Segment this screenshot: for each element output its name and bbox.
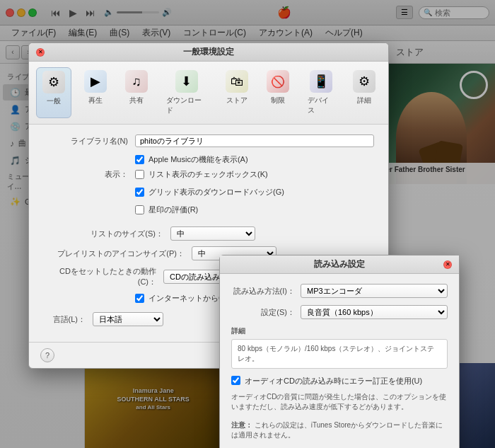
pref-tab-playback[interactable]: ▶ 再生 [78,67,112,118]
error-correction-label: オーディオCDの読み込み時にエラー訂正を使用(U) [245,376,448,386]
import-note-section: 詳細 80 kbps（モノラル）/160 kbps（ステレオ）、ジョイントステレ… [231,326,448,369]
pref-tab-device[interactable]: 📱 デバイス [302,67,340,118]
lang-select[interactable]: 日本語 [93,312,163,326]
list-size-select[interactable]: 中 [170,226,255,241]
checkbox-list-view-label: リスト表示のチェックボックス(K) [148,169,268,180]
error-correction-row: オーディオCDの読み込み時にエラー訂正を使用(U) [231,376,448,386]
pref-close-button[interactable]: ✕ [36,48,45,57]
import-dialog-title-bar: 読み込み設定 ✕ [220,255,459,274]
pref-dialog-title: 一般環境設定 [45,46,373,58]
device-tab-label: デバイス [308,96,334,115]
playlist-icon-size-label: プレイリストのアイコンサイズ(P)： [43,248,185,259]
import-note-box: 80 kbps（モノラル）/160 kbps（ステレオ）、ジョイントステレオ。 [231,339,448,369]
checkbox-rating-input[interactable] [135,205,144,214]
import-method-select[interactable]: MP3エンコーダ [301,284,448,298]
sharing-tab-icon: ♫ [125,70,148,93]
advanced-tab-label: 詳細 [357,96,371,105]
pref-tab-advanced[interactable]: ⚙ 詳細 [347,67,381,118]
import-method-row: 読み込み方法(I)： MP3エンコーダ [231,284,448,298]
pref-toolbar: ⚙ 一般 ▶ 再生 ♫ 共有 ⬇ ダウンロード 🛍 ストア 🚫 制限 📱 デバイ… [29,62,388,125]
checkbox-rating-label: 星印の評価(R) [148,205,198,215]
general-tab-label: 一般 [47,96,61,106]
import-settings-row: 設定(S)： 良音質（160 kbps） [231,305,448,319]
download-tab-label: ダウンロード [166,96,207,115]
import-settings-label: 設定(S)： [231,307,295,318]
pref-tab-store[interactable]: 🛍 ストア [220,67,254,118]
checkbox-list-view-input[interactable] [135,170,144,179]
list-size-row: リストのサイズ(S)： 中 [43,226,374,241]
caution-label: 注意： [231,421,252,429]
checkbox-grid-view-input[interactable] [135,188,144,197]
import-warning: オーディオCDの音質に問題が発生した場合は、このオプションを使いますただし、読み… [231,392,448,412]
restrict-tab-label: 制限 [271,96,285,105]
pref-dialog-title-bar: ✕ 一般環境設定 [29,43,388,62]
pref-tab-restrict[interactable]: 🚫 制限 [261,67,295,118]
checkbox-grid-view-label: グリッド表示のダウンロードバッジ(G) [148,187,284,197]
import-dialog-title: 読み込み設定 [235,258,443,270]
library-name-label: ライブラリ名(N) [43,136,128,147]
lang-label: 言語(L)： [43,314,86,325]
restrict-tab-icon: 🚫 [267,70,289,93]
list-size-label: リストのサイズ(S)： [43,229,163,239]
sharing-tab-label: 共有 [129,96,144,105]
library-name-input[interactable] [135,134,374,147]
import-note-header: 詳細 [231,326,448,336]
import-content: 読み込み方法(I)： MP3エンコーダ 設定(S)： 良音質（160 kbps）… [220,274,459,448]
playback-tab-label: 再生 [88,96,103,105]
playback-tab-icon: ▶ [84,70,107,93]
import-dialog: 読み込み設定 ✕ 読み込み方法(I)： MP3エンコーダ 設定(S)： 良音質（… [219,255,460,448]
import-method-label: 読み込み方法(I)： [231,286,295,297]
apple-music-row: Apple Musicの機能を表示(A) [43,154,374,165]
library-name-row: ライブラリ名(N) [43,134,374,147]
display-checkboxes: リスト表示のチェックボックス(K) グリッド表示のダウンロードバッジ(G) 星印… [135,169,284,219]
checkbox-grid-view: グリッド表示のダウンロードバッジ(G) [135,187,284,197]
general-tab-icon: ⚙ [42,71,65,93]
internet-cd-checkbox[interactable] [135,294,144,303]
advanced-tab-icon: ⚙ [353,70,375,93]
cd-action-label: CDをセットしたときの動作(C)： [43,266,156,287]
store-tab-label: ストア [226,96,248,105]
import-caution: 注意： これらの設定は、iTunes Storeからダウンロードした音楽には適用… [231,420,448,440]
pref-tab-general[interactable]: ⚙ 一般 [36,67,71,118]
checkbox-rating: 星印の評価(R) [135,205,284,215]
pref-tab-sharing[interactable]: ♫ 共有 [120,67,153,118]
pref-help-button[interactable]: ? [40,348,54,362]
download-tab-icon: ⬇ [175,70,198,93]
checkbox-list-view: リスト表示のチェックボックス(K) [135,169,284,180]
caution-text: これらの設定は、iTunes Storeからダウンロードした音楽には適用されませ… [231,421,443,439]
error-correction-checkbox[interactable] [231,376,240,385]
display-section-row: 表示： リスト表示のチェックボックス(K) グリッド表示のダウンロードバッジ(G… [43,169,374,219]
display-label: 表示： [43,169,128,180]
apple-music-label: Apple Musicの機能を表示(A) [148,154,248,165]
store-tab-icon: 🛍 [226,70,248,93]
import-close-button[interactable]: ✕ [443,260,452,269]
pref-tab-download[interactable]: ⬇ ダウンロード [161,67,213,118]
import-settings-select[interactable]: 良音質（160 kbps） [301,305,448,319]
device-tab-icon: 📱 [310,70,332,93]
apple-music-checkbox[interactable] [135,155,144,164]
